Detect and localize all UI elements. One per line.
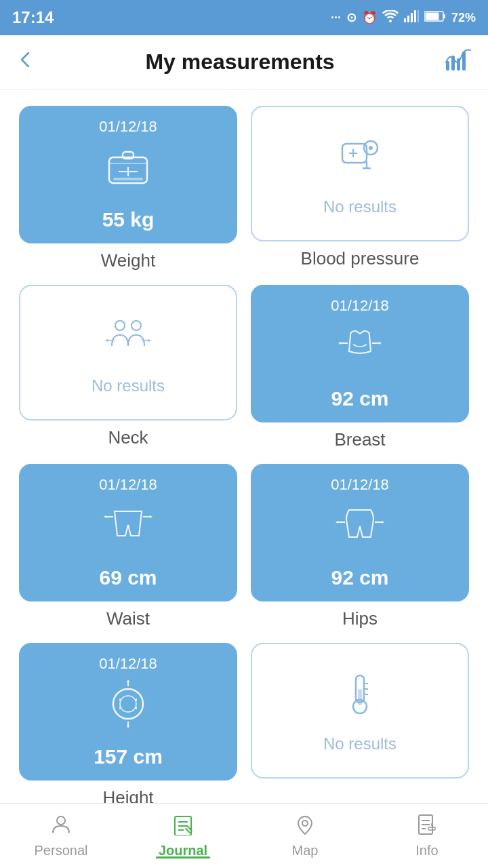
- svg-point-60: [57, 816, 65, 825]
- measurement-item-breast: 01/12/18 92 cm Breast: [251, 285, 469, 450]
- measurements-grid: 01/12/18 55 kg Weight: [0, 90, 488, 825]
- bottom-nav: Personal Journal Map: [0, 803, 488, 868]
- svg-rect-1: [407, 16, 409, 22]
- info-label: Info: [415, 843, 438, 859]
- svg-marker-37: [104, 515, 106, 518]
- weight-label: Weight: [19, 250, 237, 271]
- svg-marker-30: [148, 339, 151, 342]
- hips-icon: [336, 500, 384, 559]
- svg-marker-41: [336, 521, 338, 524]
- status-time: 17:14: [12, 8, 54, 27]
- svg-point-44: [113, 689, 143, 719]
- back-button[interactable]: [16, 50, 35, 75]
- nav-item-map[interactable]: Map: [244, 814, 366, 859]
- measurement-item-waist: 01/12/18 69 cm Waist: [19, 464, 237, 629]
- measurement-item-thermometer: No results: [251, 643, 469, 808]
- breast-value: 92 cm: [331, 387, 388, 410]
- thermometer-no-results: No results: [323, 734, 396, 753]
- personal-label: Personal: [35, 843, 88, 859]
- map-label: Map: [292, 843, 319, 859]
- svg-marker-43: [382, 521, 384, 524]
- neck-icon: [104, 311, 152, 370]
- waist-card[interactable]: 01/12/18 69 cm: [19, 464, 237, 601]
- breast-date: 01/12/18: [331, 297, 389, 315]
- weight-icon: [104, 142, 152, 201]
- svg-rect-17: [113, 178, 143, 180]
- headphone-icon: ⊙: [346, 10, 357, 25]
- svg-rect-13: [109, 163, 147, 164]
- header: My measurements: [0, 35, 488, 90]
- svg-point-45: [120, 696, 136, 712]
- blood-pressure-label: Blood pressure: [251, 248, 469, 269]
- hips-date: 01/12/18: [331, 476, 389, 494]
- neck-card[interactable]: No results: [19, 285, 237, 420]
- svg-point-20: [369, 146, 373, 150]
- measurement-item-blood-pressure: No results Blood pressure: [251, 106, 469, 271]
- svg-point-26: [131, 321, 141, 330]
- status-icons: ··· ⊙ ⏰ 72%: [331, 10, 476, 26]
- hips-card[interactable]: 01/12/18 92 cm: [251, 464, 469, 601]
- svg-rect-0: [404, 18, 406, 22]
- svg-marker-28: [105, 339, 108, 342]
- svg-marker-39: [150, 515, 152, 518]
- waist-label: Waist: [19, 608, 237, 629]
- svg-rect-59: [358, 689, 362, 705]
- blood-pressure-card[interactable]: No results: [251, 106, 469, 241]
- measurement-item-neck: No results Neck: [19, 285, 237, 450]
- main-content: 01/12/18 55 kg Weight: [0, 90, 488, 868]
- measurement-item-hips: 01/12/18 92 cm Hips: [251, 464, 469, 629]
- thermometer-icon: [336, 669, 384, 728]
- page-title: My measurements: [145, 50, 334, 75]
- thermometer-card[interactable]: No results: [251, 643, 469, 778]
- svg-marker-47: [127, 679, 129, 682]
- svg-point-25: [115, 321, 125, 330]
- weight-date: 01/12/18: [99, 118, 157, 136]
- svg-rect-2: [411, 13, 413, 22]
- signal-icon: [404, 10, 419, 26]
- nav-item-info[interactable]: Info: [366, 814, 488, 859]
- hips-value: 92 cm: [331, 566, 388, 589]
- waist-icon: [104, 500, 152, 559]
- svg-rect-4: [418, 10, 419, 22]
- waist-date: 01/12/18: [99, 476, 157, 494]
- neck-label: Neck: [19, 427, 237, 448]
- blood-pressure-no-results: No results: [323, 197, 396, 216]
- measurement-item-weight: 01/12/18 55 kg Weight: [19, 106, 237, 271]
- map-icon: [294, 814, 316, 840]
- personal-icon: [50, 814, 72, 840]
- height-card[interactable]: 01/12/18: [19, 643, 237, 781]
- waist-value: 69 cm: [99, 566, 157, 589]
- svg-rect-3: [414, 10, 416, 22]
- svg-rect-7: [425, 12, 439, 20]
- journal-icon: [172, 814, 194, 840]
- measurement-item-height: 01/12/18: [19, 643, 237, 808]
- battery-icon: [424, 10, 446, 26]
- journal-underline: [156, 856, 210, 859]
- height-value: 157 cm: [94, 745, 163, 768]
- status-bar: 17:14 ··· ⊙ ⏰ 72%: [0, 0, 488, 35]
- svg-point-65: [302, 821, 308, 826]
- weight-card[interactable]: 01/12/18 55 kg: [19, 106, 237, 243]
- breast-icon: [336, 321, 384, 380]
- height-date: 01/12/18: [99, 655, 157, 673]
- battery-percent: 72%: [451, 11, 476, 25]
- nav-item-journal[interactable]: Journal: [122, 814, 244, 859]
- svg-marker-49: [127, 726, 129, 728]
- svg-marker-34: [379, 342, 382, 344]
- dots-icon: ···: [331, 11, 341, 25]
- neck-no-results: No results: [92, 376, 165, 395]
- hips-label: Hips: [251, 608, 469, 629]
- alarm-icon: ⏰: [362, 10, 377, 25]
- wifi-icon: [382, 10, 399, 26]
- height-icon: [104, 679, 152, 738]
- svg-rect-6: [443, 14, 445, 18]
- nav-item-personal[interactable]: Personal: [0, 814, 122, 859]
- weight-value: 55 kg: [102, 208, 155, 231]
- svg-marker-32: [338, 342, 341, 344]
- chart-icon[interactable]: [445, 47, 472, 77]
- blood-pressure-icon: [336, 132, 384, 191]
- breast-card[interactable]: 01/12/18 92 cm: [251, 285, 469, 422]
- info-icon: [416, 814, 438, 840]
- breast-label: Breast: [251, 429, 469, 450]
